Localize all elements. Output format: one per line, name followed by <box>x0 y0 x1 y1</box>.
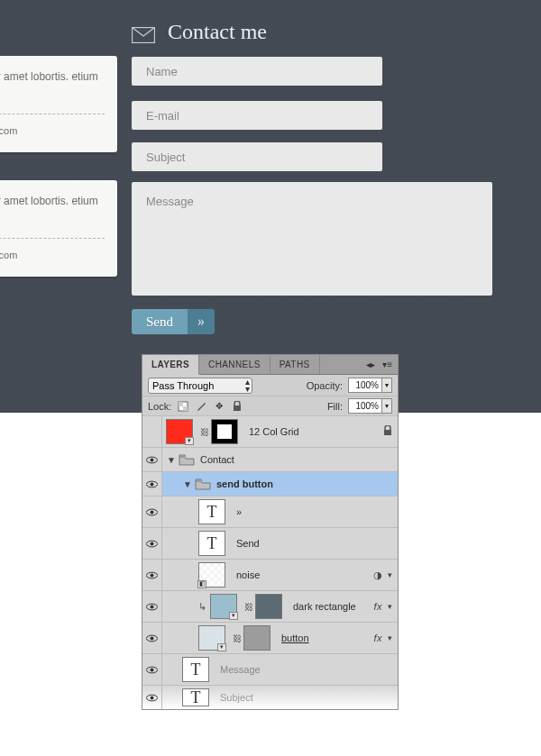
caret-down-icon: ▾ <box>382 378 392 393</box>
eye-icon <box>146 480 158 488</box>
layer-name: send button <box>216 478 273 489</box>
layer-name: 12 Col Grid <box>249 426 299 437</box>
layer-thumbnail: ▾ <box>198 625 225 651</box>
lock-all-icon[interactable] <box>231 400 243 413</box>
type-layer-thumbnail: T <box>198 531 225 556</box>
fill-label: Fill: <box>327 401 343 412</box>
layer-name: » <box>236 506 242 517</box>
svg-point-7 <box>151 482 154 486</box>
lock-label: Lock: <box>148 401 171 412</box>
link-icon: ⛓ <box>200 427 207 437</box>
layer-row-subject-text[interactable]: T Subject <box>142 686 398 709</box>
caret-down-icon: ▾ <box>382 398 392 414</box>
send-button[interactable]: Send » <box>132 309 215 334</box>
eye-icon <box>146 634 158 642</box>
sidebar-card-1: pia nostra, per amet lobortis. etium pla… <box>0 56 117 152</box>
layer-row-send-text[interactable]: T Send <box>142 528 398 560</box>
disclosure-triangle-icon[interactable]: ▼ <box>166 455 177 465</box>
type-layer-thumbnail: T <box>198 499 225 524</box>
layer-row-grid[interactable]: ▾ ⛓ 12 Col Grid <box>142 416 398 448</box>
opacity-input[interactable]: 100% ▾ <box>348 378 392 393</box>
eye-icon <box>146 456 158 464</box>
svg-point-12 <box>151 636 154 640</box>
layer-name: button <box>281 633 309 643</box>
layer-thumbnail: ▾ <box>210 594 237 619</box>
panel-menu-icon[interactable]: ▾≡ <box>382 360 392 369</box>
lock-fill-row: Lock: ✥ Fill: 100% ▾ <box>142 396 398 416</box>
svg-point-6 <box>151 458 154 461</box>
card-divider <box>0 114 105 114</box>
visibility-toggle[interactable] <box>142 686 162 709</box>
visibility-toggle[interactable] <box>142 591 162 622</box>
visibility-toggle[interactable] <box>142 654 162 685</box>
email-input[interactable] <box>132 101 382 130</box>
photoshop-layers-panel: LAYERS CHANNELS PATHS ◂▸ ▾≡ Pass Through… <box>142 354 399 710</box>
opacity-label: Opacity: <box>307 380 343 391</box>
tab-channels[interactable]: CHANNELS <box>199 355 270 374</box>
message-textarea[interactable] <box>132 182 492 296</box>
layer-name: Message <box>220 664 261 675</box>
eye-icon <box>146 666 158 674</box>
svg-rect-3 <box>183 406 188 411</box>
visibility-toggle[interactable] <box>142 528 162 559</box>
svg-rect-4 <box>234 405 241 411</box>
panel-tab-bar: LAYERS CHANNELS PATHS ◂▸ ▾≡ <box>142 355 398 375</box>
card-body: pia nostra, per amet lobortis. etium pla… <box>0 193 105 227</box>
type-layer-thumbnail: T <box>182 688 209 706</box>
svg-point-9 <box>151 542 154 545</box>
link-icon: ⛓ <box>233 633 240 643</box>
visibility-toggle[interactable] <box>142 416 162 447</box>
card-divider <box>0 238 105 239</box>
lock-icon <box>383 425 392 438</box>
card-link[interactable]: design-instruct.com <box>0 248 105 264</box>
svg-point-8 <box>151 510 154 514</box>
contact-heading: Contact me <box>132 20 267 44</box>
layer-row-dark-rectangle[interactable]: ↳ ▾ ⛓ dark rectangle fx ▾ <box>142 591 398 623</box>
caret-down-icon[interactable]: ▾ <box>388 570 392 579</box>
fx-badge: fx <box>373 601 382 612</box>
sidebar-card-2: pia nostra, per amet lobortis. etium pla… <box>0 180 117 277</box>
layer-row-message-text[interactable]: T Message <box>142 654 398 686</box>
visibility-toggle[interactable] <box>142 448 162 471</box>
layer-row-contact-group[interactable]: ▼ Contact <box>142 448 398 472</box>
fx-badge: fx <box>373 633 382 643</box>
contact-heading-text: Contact me <box>168 20 267 44</box>
layer-name: Contact <box>200 454 234 465</box>
lock-position-icon[interactable]: ✥ <box>213 400 225 413</box>
lock-transparent-icon[interactable] <box>177 400 189 413</box>
vector-mask-thumbnail <box>243 625 270 651</box>
layer-row-arrow-text[interactable]: T » <box>142 496 398 528</box>
eye-icon <box>146 571 158 579</box>
visibility-toggle[interactable] <box>142 623 162 653</box>
mail-icon <box>132 24 155 41</box>
blend-mode-select[interactable]: Pass Through <box>148 378 252 394</box>
svg-rect-5 <box>384 430 391 435</box>
caret-down-icon[interactable]: ▾ <box>388 633 392 642</box>
layer-name: noise <box>236 569 260 580</box>
clipping-mask-icon: ↳ <box>198 601 206 613</box>
card-link[interactable]: design-instruct.com <box>0 123 105 140</box>
svg-point-13 <box>151 668 154 671</box>
layer-mask-thumbnail <box>211 419 238 444</box>
svg-point-11 <box>151 605 154 608</box>
tab-layers[interactable]: LAYERS <box>142 355 199 375</box>
panel-collapse-icon[interactable]: ◂▸ <box>366 360 375 369</box>
visibility-toggle[interactable] <box>142 560 162 590</box>
layer-row-noise[interactable]: ◧ noise ◑ ▾ <box>142 560 398 591</box>
fill-input[interactable]: 100% ▾ <box>348 398 392 414</box>
lock-pixels-icon[interactable] <box>195 400 207 413</box>
folder-icon <box>179 453 195 466</box>
svg-point-10 <box>151 573 154 577</box>
disclosure-triangle-icon[interactable]: ▼ <box>182 479 193 489</box>
visibility-toggle[interactable] <box>142 472 162 496</box>
visibility-toggle[interactable] <box>142 496 162 527</box>
link-icon: ⛓ <box>244 602 252 612</box>
eye-icon <box>146 540 158 548</box>
caret-down-icon[interactable]: ▾ <box>388 602 392 611</box>
name-input[interactable] <box>132 57 382 86</box>
tab-paths[interactable]: PATHS <box>270 355 320 374</box>
subject-input[interactable] <box>132 142 382 171</box>
svg-rect-2 <box>179 402 183 406</box>
layer-row-button[interactable]: ▾ ⛓ button fx ▾ <box>142 623 398 654</box>
layer-row-send-button-group[interactable]: ▼ send button <box>142 472 398 496</box>
